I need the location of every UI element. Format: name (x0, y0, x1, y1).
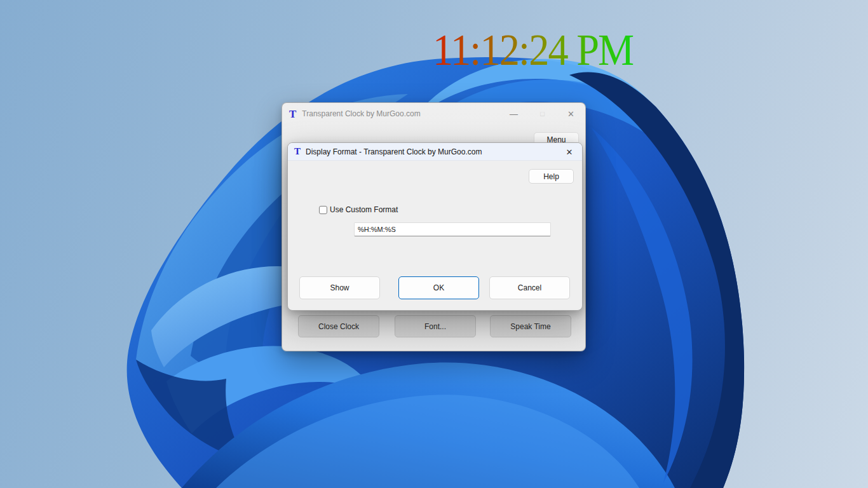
maximize-icon: □ (528, 103, 557, 125)
use-custom-format-checkbox[interactable] (319, 206, 327, 214)
app-t-icon: T (289, 109, 296, 119)
caption-controls: — □ ✕ (499, 103, 585, 125)
use-custom-format-row: Use Custom Format (319, 205, 398, 214)
dialog-title: Display Format - Transparent Clock by Mu… (306, 147, 482, 156)
minimize-icon[interactable]: — (499, 103, 528, 125)
dialog-close-icon[interactable]: ✕ (557, 143, 582, 161)
use-custom-format-label: Use Custom Format (330, 205, 398, 214)
show-button[interactable]: Show (299, 276, 380, 299)
font-button[interactable]: Font... (395, 315, 476, 337)
main-window-titlebar[interactable]: T Transparent Clock by MurGoo.com — □ ✕ (282, 103, 585, 125)
main-window-title: Transparent Clock by MurGoo.com (302, 109, 420, 118)
ok-button[interactable]: OK (398, 276, 479, 299)
close-clock-button[interactable]: Close Clock (298, 315, 379, 337)
close-icon[interactable]: ✕ (557, 103, 585, 125)
app-t-icon: T (294, 147, 301, 156)
cancel-button[interactable]: Cancel (489, 276, 570, 299)
format-input[interactable] (354, 222, 551, 236)
help-button[interactable]: Help (529, 169, 574, 184)
display-format-dialog: T Display Format - Transparent Clock by … (287, 142, 583, 311)
speak-time-button[interactable]: Speak Time (490, 315, 571, 337)
desktop-clock: 11:12:24 PM (433, 28, 634, 72)
dialog-titlebar[interactable]: T Display Format - Transparent Clock by … (288, 143, 582, 161)
